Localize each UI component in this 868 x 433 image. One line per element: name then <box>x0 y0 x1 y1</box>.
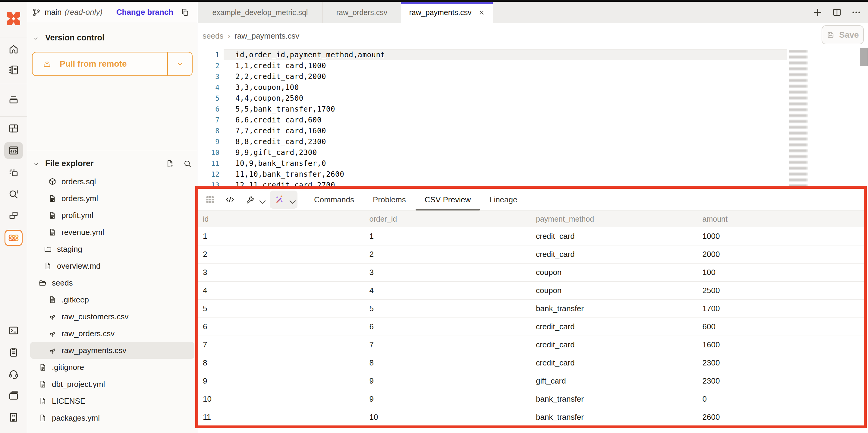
table-cell: 10 <box>365 412 531 422</box>
change-branch-link[interactable]: Change branch <box>116 7 173 17</box>
table-row[interactable]: 55bank_transfer1700 <box>198 300 864 318</box>
save-label: Save <box>839 30 859 40</box>
results-grid-icon[interactable] <box>205 194 216 205</box>
table-row[interactable]: 109bank_transfer0 <box>198 390 864 408</box>
table-cell: 7 <box>365 340 531 349</box>
support-icon[interactable] <box>4 366 23 382</box>
column-header-amount[interactable]: amount <box>698 215 864 224</box>
ai-assist-wand-icon[interactable] <box>270 191 298 209</box>
file-item-raw-orders-csv[interactable]: raw_orders.csv <box>30 325 194 342</box>
panel-tab-csv-preview[interactable]: CSV Preview <box>425 189 471 210</box>
table-row[interactable]: 44coupon2500 <box>198 282 864 300</box>
table-cell: bank_transfer <box>531 304 698 313</box>
notebook-icon[interactable] <box>4 61 23 78</box>
line-number: 12 <box>198 170 219 178</box>
build-wrench-icon[interactable] <box>244 194 263 205</box>
insights-icon[interactable] <box>4 185 23 202</box>
table-row[interactable]: 77credit_card1600 <box>198 336 864 354</box>
code-line-8[interactable]: 87,7,credit_card,1600 <box>198 125 868 136</box>
tab-raw-orders-csv[interactable]: raw_orders.csv <box>323 2 401 23</box>
code-line-1[interactable]: 1id,order_id,payment_method,amount <box>198 50 868 60</box>
file-item-dbt-project-yml[interactable]: dbt_project.yml <box>30 376 194 393</box>
table-row[interactable]: 88credit_card2300 <box>198 354 864 372</box>
search-icon[interactable] <box>183 159 192 168</box>
dashboard-icon[interactable] <box>4 120 23 137</box>
version-control-header[interactable]: Version control <box>33 33 104 42</box>
code-line-6[interactable]: 65,5,bank_transfer,1700 <box>198 104 868 115</box>
editor-scrollbar-thumb[interactable] <box>860 48 868 66</box>
file-item-raw-payments-csv[interactable]: raw_payments.csv <box>30 342 194 359</box>
file-item-seeds[interactable]: seeds <box>30 275 194 291</box>
docs-icon[interactable] <box>4 387 23 404</box>
file-item-overview-md[interactable]: overview.md <box>30 258 194 275</box>
code-line-7[interactable]: 76,6,credit_card,600 <box>198 115 868 125</box>
file-item-revenue-yml[interactable]: revenue.yml <box>30 224 194 241</box>
file-item-packages-yml[interactable]: packages.yml <box>30 409 194 426</box>
tab-raw-payments-csv[interactable]: raw_payments.csv <box>401 2 493 23</box>
save-button[interactable]: Save <box>822 25 864 44</box>
file-item-profit-yml[interactable]: profit.yml <box>30 207 194 224</box>
file-item-license[interactable]: LICENSE <box>30 393 194 409</box>
split-view-icon[interactable] <box>832 7 842 18</box>
column-header-id[interactable]: id <box>198 215 365 224</box>
chevron-down-icon <box>287 197 293 203</box>
minimap[interactable] <box>789 50 808 186</box>
pull-from-remote-main[interactable]: Pull from remote <box>33 53 167 76</box>
table-row[interactable]: 11credit_card1000 <box>198 227 864 246</box>
terminal-icon[interactable] <box>4 322 23 339</box>
table-row[interactable]: 22credit_card2000 <box>198 246 864 263</box>
develop-icon[interactable] <box>4 142 23 159</box>
panel-tab-lineage[interactable]: Lineage <box>490 189 518 210</box>
code-line-4[interactable]: 43,3,coupon,100 <box>198 82 868 93</box>
file-item-label: .gitkeep <box>61 295 89 305</box>
code-line-5[interactable]: 54,4,coupon,2500 <box>198 93 868 104</box>
table-cell: 3 <box>198 268 365 277</box>
copy-icon[interactable] <box>181 8 190 17</box>
doc-icon <box>44 262 52 270</box>
pull-options-dropdown[interactable] <box>167 53 192 76</box>
editor-scrollbar[interactable] <box>860 50 868 188</box>
table-row[interactable]: 99gift_card2300 <box>198 372 864 390</box>
tab-example-develop-metric-sql[interactable]: example_develop_metric.sql <box>198 2 323 23</box>
file-item-raw-customers-csv[interactable]: raw_customers.csv <box>30 308 194 325</box>
home-icon[interactable] <box>4 41 23 58</box>
code-line-3[interactable]: 32,2,credit_card,2000 <box>198 71 868 82</box>
code-view-icon[interactable] <box>224 194 236 205</box>
panel-tab-commands[interactable]: Commands <box>314 189 354 210</box>
code-line-2[interactable]: 21,1,credit_card,1000 <box>198 60 868 71</box>
column-header-order_id[interactable]: order_id <box>365 215 531 224</box>
file-item--gitkeep[interactable]: .gitkeep <box>30 291 194 308</box>
atom-icon[interactable] <box>4 230 23 246</box>
breadcrumb-item[interactable]: seeds <box>203 31 223 41</box>
file-item-label: dbt_project.yml <box>52 380 105 389</box>
file-item-orders-sql[interactable]: orders.sql <box>30 173 194 190</box>
file-item-staging[interactable]: staging <box>30 241 194 258</box>
new-tab-plus-icon[interactable] <box>812 7 823 18</box>
table-row[interactable]: 66credit_card600 <box>198 318 864 336</box>
close-icon[interactable] <box>478 9 485 16</box>
file-item--gitignore[interactable]: .gitignore <box>30 359 194 376</box>
activity-bar <box>0 2 27 433</box>
pull-from-remote-button[interactable]: Pull from remote <box>32 52 193 76</box>
warehouse-icon[interactable] <box>4 91 23 108</box>
apps-icon[interactable] <box>4 207 23 224</box>
code-line-9[interactable]: 98,8,credit_card,2300 <box>198 136 868 147</box>
dbt-logo-icon[interactable] <box>5 10 22 27</box>
code-line-11[interactable]: 1110,9,bank_transfer,0 <box>198 158 868 169</box>
file-explorer-header[interactable]: File explorer <box>33 159 192 168</box>
code-line-10[interactable]: 109,9,gift_card,2300 <box>198 147 868 158</box>
file-item-orders-yml[interactable]: orders.yml <box>30 190 194 207</box>
breadcrumb-item[interactable]: raw_payments.csv <box>235 31 299 41</box>
code-line-12[interactable]: 1211,10,bank_transfer,2600 <box>198 169 868 180</box>
canvas-icon[interactable] <box>4 164 23 181</box>
panel-tab-problems[interactable]: Problems <box>373 189 406 210</box>
ellipsis-icon[interactable] <box>851 7 861 18</box>
table-cell: 3 <box>365 268 531 277</box>
organization-icon[interactable] <box>4 409 23 426</box>
new-file-icon[interactable] <box>165 159 175 168</box>
table-row[interactable]: 1110bank_transfer2600 <box>198 408 864 426</box>
table-row[interactable]: 33coupon100 <box>198 263 864 282</box>
table-cell: 600 <box>698 322 864 331</box>
column-header-payment_method[interactable]: payment_method <box>531 215 698 224</box>
clipboard-icon[interactable] <box>4 344 23 360</box>
